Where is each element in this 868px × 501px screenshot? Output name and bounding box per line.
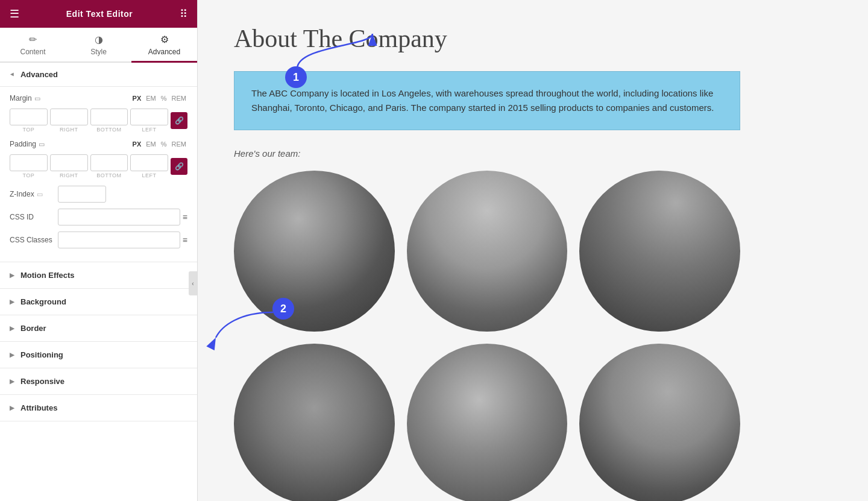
monitor-icon: ▭ bbox=[34, 95, 40, 102]
team-photo-6 bbox=[579, 344, 740, 501]
positioning-section[interactable]: ▶ Positioning bbox=[0, 342, 197, 368]
gear-icon: ⚙ bbox=[160, 34, 169, 45]
border-arrow: ▶ bbox=[10, 325, 14, 332]
unit-em[interactable]: EM bbox=[145, 94, 157, 102]
margin-unit-switcher[interactable]: PX EM % REM bbox=[131, 94, 187, 102]
tab-content[interactable]: ✏ Content bbox=[0, 28, 66, 63]
team-grid bbox=[234, 171, 740, 501]
css-classes-label: CSS Classes bbox=[10, 236, 58, 244]
attributes-arrow: ▶ bbox=[10, 405, 14, 411]
padding-right-label: RIGHT bbox=[60, 172, 78, 178]
padding-unit-rem[interactable]: REM bbox=[171, 140, 187, 148]
positioning-label: Positioning bbox=[20, 350, 63, 359]
margin-top-wrap: TOP bbox=[10, 109, 48, 133]
padding-left-wrap: LEFT bbox=[130, 154, 168, 178]
panel-title: Edit Text Editor bbox=[66, 9, 133, 19]
tab-style-label: Style bbox=[90, 48, 107, 56]
padding-left-input[interactable] bbox=[130, 154, 168, 171]
background-label: Background bbox=[20, 297, 66, 306]
team-photo-3 bbox=[579, 171, 740, 332]
margin-left-wrap: LEFT bbox=[130, 109, 168, 133]
padding-bottom-input[interactable] bbox=[90, 154, 128, 171]
margin-top-input[interactable] bbox=[10, 109, 48, 125]
padding-monitor-icon: ▭ bbox=[39, 140, 45, 148]
tabs-row: ✏ Content ◑ Style ⚙ Advanced bbox=[0, 28, 197, 63]
background-section[interactable]: ▶ Background bbox=[0, 289, 197, 315]
team-label: Here's our team: bbox=[234, 148, 832, 159]
padding-right-wrap: RIGHT bbox=[50, 154, 88, 178]
content-icon: ✏ bbox=[29, 34, 37, 45]
grid-icon[interactable]: ⠿ bbox=[180, 7, 187, 20]
advanced-arrow-icon: ▼ bbox=[9, 72, 16, 78]
css-id-input[interactable] bbox=[58, 209, 180, 225]
margin-label: Margin ▭ bbox=[10, 94, 45, 102]
margin-left-input[interactable] bbox=[130, 109, 168, 125]
unit-percent[interactable]: % bbox=[160, 94, 168, 102]
padding-top-wrap: TOP bbox=[10, 154, 48, 178]
tab-advanced[interactable]: ⚙ Advanced bbox=[131, 28, 197, 63]
unit-px[interactable]: PX bbox=[131, 94, 143, 102]
css-id-list-icon[interactable]: ≡ bbox=[183, 212, 187, 222]
advanced-section-body: Margin ▭ PX EM % REM TOP bbox=[0, 87, 197, 262]
css-classes-input[interactable] bbox=[58, 232, 180, 248]
padding-unit-em[interactable]: EM bbox=[145, 140, 157, 148]
collapse-handle[interactable]: ‹ bbox=[189, 271, 197, 295]
margin-row: Margin ▭ PX EM % REM bbox=[10, 94, 187, 102]
tab-content-label: Content bbox=[20, 48, 45, 56]
responsive-arrow: ▶ bbox=[10, 378, 14, 385]
zindex-label: Z-Index ▭ bbox=[10, 190, 58, 198]
margin-right-label: RIGHT bbox=[60, 127, 78, 133]
padding-unit-px[interactable]: PX bbox=[131, 140, 143, 148]
padding-row: Padding ▭ PX EM % REM bbox=[10, 140, 187, 148]
page-title: About The Company bbox=[234, 24, 832, 53]
unit-rem[interactable]: REM bbox=[171, 94, 187, 102]
advanced-section-header[interactable]: ▼ Advanced bbox=[0, 63, 197, 87]
css-classes-list-icon[interactable]: ≡ bbox=[183, 235, 187, 245]
zindex-monitor-icon: ▭ bbox=[37, 191, 43, 198]
margin-bottom-wrap: BOTTOM bbox=[90, 109, 128, 133]
padding-unit-switcher[interactable]: PX EM % REM bbox=[131, 140, 187, 148]
padding-label: Padding ▭ bbox=[10, 140, 45, 148]
attributes-label: Attributes bbox=[20, 403, 57, 412]
padding-bottom-label: BOTTOM bbox=[96, 172, 121, 178]
tab-advanced-label: Advanced bbox=[148, 48, 180, 56]
padding-inputs-group: TOP RIGHT BOTTOM LEFT 🔗 bbox=[10, 154, 187, 178]
team-photo-5 bbox=[407, 344, 568, 501]
border-section[interactable]: ▶ Border bbox=[0, 315, 197, 342]
motion-effects-section[interactable]: ▶ Motion Effects bbox=[0, 262, 197, 289]
css-classes-row: CSS Classes ≡ bbox=[10, 232, 187, 248]
margin-right-wrap: RIGHT bbox=[50, 109, 88, 133]
border-label: Border bbox=[20, 324, 46, 333]
margin-bottom-input[interactable] bbox=[90, 109, 128, 125]
background-arrow: ▶ bbox=[10, 298, 14, 305]
team-photo-2 bbox=[407, 171, 568, 332]
css-id-label: CSS ID bbox=[10, 213, 58, 221]
annotation-1: 1 bbox=[285, 66, 307, 88]
margin-top-label: TOP bbox=[22, 127, 34, 133]
advanced-section-title: Advanced bbox=[20, 70, 58, 79]
padding-top-label: TOP bbox=[22, 172, 34, 178]
zindex-row: Z-Index ▭ bbox=[10, 186, 187, 203]
padding-top-input[interactable] bbox=[10, 154, 48, 171]
team-photo-1 bbox=[234, 171, 395, 332]
motion-effects-label: Motion Effects bbox=[20, 271, 75, 280]
left-panel: ☰ Edit Text Editor ⠿ ✏ Content ◑ Style ⚙… bbox=[0, 0, 198, 501]
responsive-label: Responsive bbox=[20, 377, 64, 386]
panel-content: ▼ Advanced Margin ▭ PX EM % REM bbox=[0, 63, 197, 501]
info-box: The ABC Company is located in Los Angele… bbox=[234, 71, 740, 130]
margin-bottom-label: BOTTOM bbox=[96, 127, 121, 133]
positioning-arrow: ▶ bbox=[10, 351, 14, 358]
responsive-section[interactable]: ▶ Responsive bbox=[0, 368, 197, 395]
padding-right-input[interactable] bbox=[50, 154, 88, 171]
tab-style[interactable]: ◑ Style bbox=[66, 28, 131, 63]
css-id-row: CSS ID ≡ bbox=[10, 209, 187, 225]
margin-left-label: LEFT bbox=[142, 127, 157, 133]
motion-effects-arrow: ▶ bbox=[10, 272, 14, 279]
zindex-input[interactable] bbox=[58, 186, 106, 203]
padding-link-button[interactable]: 🔗 bbox=[171, 158, 187, 175]
margin-right-input[interactable] bbox=[50, 109, 88, 125]
attributes-section[interactable]: ▶ Attributes bbox=[0, 395, 197, 421]
hamburger-icon[interactable]: ☰ bbox=[10, 7, 19, 20]
margin-link-button[interactable]: 🔗 bbox=[171, 112, 187, 129]
padding-unit-percent[interactable]: % bbox=[160, 140, 168, 148]
